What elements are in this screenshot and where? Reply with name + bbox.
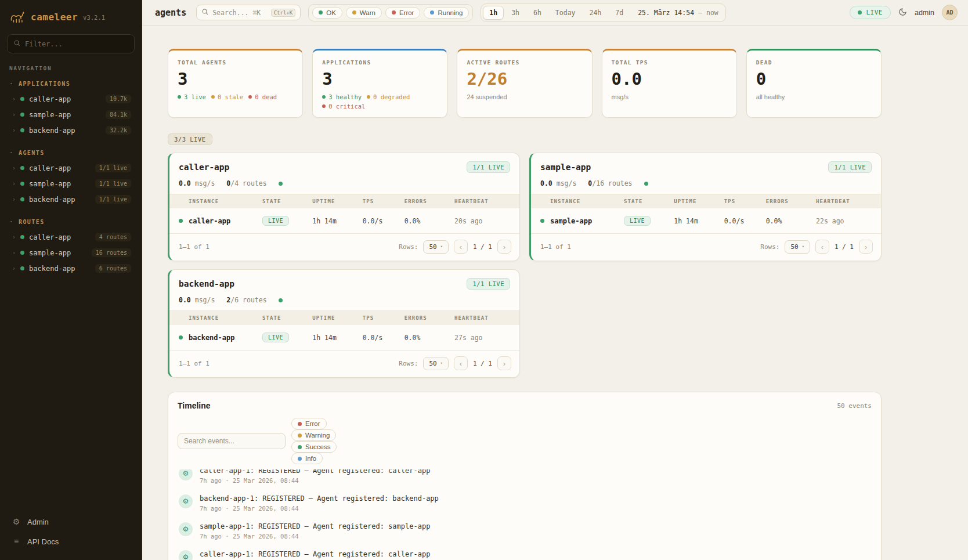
content-scroll-area[interactable]: TOTAL AGENTS 3 3 live 0 stale 0 dead APP… xyxy=(142,26,968,560)
app-card-header: sample-app 1/1 LIVE xyxy=(531,153,881,179)
sidebar-item-api-docs[interactable]: ≡ API Docs xyxy=(9,532,132,551)
app-logo-text: cameleer xyxy=(31,12,78,23)
sidebar-filter-input[interactable] xyxy=(25,40,128,48)
nav-item-count: 16 routes xyxy=(92,248,131,257)
sidebar-section-header-applications[interactable]: · APPLICATIONS xyxy=(7,78,135,91)
sidebar-item-admin[interactable]: ⚙ Admin xyxy=(9,512,132,531)
chevron-right-icon: › xyxy=(12,250,16,256)
timeline-event[interactable]: ⚙ caller-app-1: REGISTERED — Agent regis… xyxy=(178,469,872,489)
timeline-filter-warning[interactable]: Warning xyxy=(291,429,336,441)
stat-sub-text: 0 critical xyxy=(328,103,365,110)
rows-per-page-select[interactable]: 50▾ xyxy=(423,357,448,370)
timeline-search-input[interactable] xyxy=(184,437,279,445)
nav-item-count: 6 routes xyxy=(95,264,131,273)
timeline-event[interactable]: ⚙ caller-app-1: REGISTERED — Agent regis… xyxy=(178,545,872,560)
nav-item-label: sample-app xyxy=(29,180,71,188)
sidebar-section-header-agents[interactable]: · AGENTS xyxy=(7,147,135,160)
uptime-cell: 1h 14m xyxy=(312,334,362,342)
timeline-filter-success[interactable]: Success xyxy=(291,441,337,453)
search-icon xyxy=(201,8,208,17)
table-row[interactable]: caller-app LIVE 1h 14m 0.0/s 0.0% 20s ag… xyxy=(169,208,519,233)
next-page-button[interactable]: › xyxy=(859,240,873,254)
nav-item-count: 4 routes xyxy=(95,233,131,241)
dark-mode-toggle[interactable] xyxy=(898,8,907,18)
nav-item-label: caller-app xyxy=(29,233,71,241)
filter-chip-ok[interactable]: OK xyxy=(312,7,342,19)
status-dot xyxy=(20,97,24,101)
tps-unit: msg/s xyxy=(557,179,577,187)
chevron-right-icon: › xyxy=(12,234,16,240)
filter-chip-warn[interactable]: Warn xyxy=(346,7,382,19)
heartbeat-cell: 22s ago xyxy=(816,217,872,225)
chip-label: OK xyxy=(326,9,336,16)
section-bullet-icon: · xyxy=(9,149,14,157)
timeline-event[interactable]: ⚙ backend-app-1: REGISTERED — Agent regi… xyxy=(178,489,872,517)
timeline-search[interactable] xyxy=(178,433,286,449)
time-range-6h[interactable]: 6h xyxy=(527,6,548,20)
sidebar-item-agents-caller-app[interactable]: › caller-app 1/1 live xyxy=(7,160,135,176)
time-range-24h[interactable]: 24h xyxy=(583,6,608,20)
sidebar-section-header-routes[interactable]: · ROUTES xyxy=(7,216,135,229)
nav-item-count: 32.2k xyxy=(106,126,131,135)
status-dot xyxy=(540,219,544,223)
rows-label: Rows: xyxy=(760,243,779,251)
sidebar-item-applications-caller-app[interactable]: › caller-app 10.7k xyxy=(7,91,135,107)
instance-name: backend-app xyxy=(189,334,234,342)
avatar[interactable]: AD xyxy=(942,5,958,20)
status-dot xyxy=(20,235,24,239)
warn-dot xyxy=(367,95,370,99)
timeline-events-list[interactable]: ⚙ caller-app-1: REGISTERED — Agent regis… xyxy=(178,469,872,560)
live-overview-badge: 3/3 LIVE xyxy=(168,133,212,145)
filter-chip-running[interactable]: Running xyxy=(424,7,469,19)
tps-value: 0.0 xyxy=(179,296,191,304)
timeline-event[interactable]: ⚙ sample-app-1: REGISTERED — Agent regis… xyxy=(178,517,872,545)
sidebar-item-routes-backend-app[interactable]: › backend-app 6 routes xyxy=(7,261,135,276)
topbar-right: LIVE admin AD xyxy=(850,5,958,20)
sidebar-item-agents-sample-app[interactable]: › sample-app 1/1 live xyxy=(7,176,135,192)
nav-item-label: backend-app xyxy=(29,127,75,135)
sidebar-item-routes-caller-app[interactable]: › caller-app 4 routes xyxy=(7,229,135,245)
section-title: AGENTS xyxy=(19,150,45,156)
time-range-7d[interactable]: 7d xyxy=(609,6,630,20)
sidebar-item-routes-sample-app[interactable]: › sample-app 16 routes xyxy=(7,245,135,261)
stat-sub-text: 24 suspended xyxy=(467,93,507,100)
rows-per-page-value: 50 xyxy=(429,243,436,251)
prev-page-button[interactable]: ‹ xyxy=(454,240,468,254)
time-range-1h[interactable]: 1h xyxy=(483,6,504,20)
table-row[interactable]: sample-app LIVE 1h 14m 0.0/s 0.0% 22s ag… xyxy=(531,208,881,233)
sidebar-item-applications-backend-app[interactable]: › backend-app 32.2k xyxy=(7,122,135,138)
prev-page-button[interactable]: ‹ xyxy=(454,356,468,370)
time-range-3h[interactable]: 3h xyxy=(505,6,526,20)
errors-cell: 0.0% xyxy=(404,217,454,225)
warn-dot xyxy=(298,433,302,438)
sidebar-item-agents-backend-app[interactable]: › backend-app 1/1 live xyxy=(7,192,135,207)
rows-per-page-select[interactable]: 50▾ xyxy=(423,240,448,254)
next-page-button[interactable]: › xyxy=(497,356,511,370)
section-bullet-icon: · xyxy=(9,80,14,88)
status-dot xyxy=(20,266,24,270)
timeline-card: Timeline 50 events Error xyxy=(168,392,882,560)
app-root: cameleer v3.2.1 NAVIGATION · APPLICATION… xyxy=(0,0,968,560)
nav-item-label: sample-app xyxy=(29,111,71,119)
sidebar-filter[interactable] xyxy=(7,34,135,53)
column-heartbeat: HEARTBEAT xyxy=(454,198,510,204)
global-search[interactable]: Ctrl+K xyxy=(196,5,301,20)
apps-grid: caller-app 1/1 LIVE 0.0 msg/s 0/4 routes… xyxy=(168,153,882,378)
stat-subs: 3 healthy 0 degraded 0 critical xyxy=(322,93,438,110)
next-page-button[interactable]: › xyxy=(497,240,511,254)
tps-cell: 0.0/s xyxy=(363,334,404,342)
row-range: 1–1 of 1 xyxy=(179,360,210,367)
time-range-today[interactable]: Today xyxy=(549,6,582,20)
sidebar: cameleer v3.2.1 NAVIGATION · APPLICATION… xyxy=(0,0,142,560)
timeline-filter-info[interactable]: Info xyxy=(291,453,323,464)
timeline-filter-error[interactable]: Error xyxy=(291,418,327,429)
sidebar-item-applications-sample-app[interactable]: › sample-app 84.1k xyxy=(7,107,135,122)
table-row[interactable]: backend-app LIVE 1h 14m 0.0/s 0.0% 27s a… xyxy=(169,325,519,350)
rows-per-page-select[interactable]: 50▾ xyxy=(785,240,810,254)
rows-label: Rows: xyxy=(399,243,418,251)
error-dot xyxy=(322,104,326,108)
search-input[interactable] xyxy=(212,9,266,17)
filter-chip-error[interactable]: Error xyxy=(385,7,421,19)
tps-value: 0.0 xyxy=(179,179,191,187)
prev-page-button[interactable]: ‹ xyxy=(815,240,829,254)
